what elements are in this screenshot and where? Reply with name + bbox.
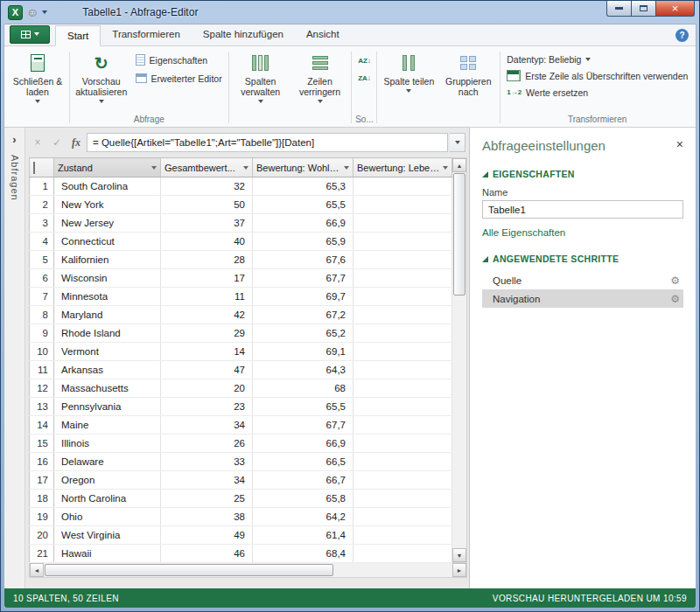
cell[interactable]: 23 — [161, 398, 253, 416]
cell[interactable]: 64,2 — [253, 508, 354, 526]
cell[interactable]: 25 — [161, 490, 253, 508]
cell[interactable]: Ohio — [54, 508, 161, 526]
cell[interactable] — [354, 379, 452, 398]
cell[interactable]: 66,7 — [253, 471, 354, 490]
cell[interactable] — [354, 214, 452, 233]
column-header[interactable]: Zustand — [54, 158, 161, 177]
filter-caret-icon[interactable] — [344, 166, 349, 170]
cell[interactable] — [354, 233, 452, 251]
sort-descending-button[interactable]: ZA↓ — [354, 71, 374, 86]
row-number[interactable]: 7 — [30, 288, 54, 306]
cell[interactable]: 42 — [161, 306, 253, 324]
cell[interactable]: Wisconsin — [54, 269, 161, 288]
help-button[interactable]: ? — [676, 29, 689, 42]
row-number[interactable]: 5 — [30, 251, 54, 269]
column-header[interactable]: Bewertung: Wohlbefi... — [253, 158, 354, 177]
cell[interactable]: 68,4 — [253, 545, 354, 563]
tab-start[interactable]: Start — [55, 25, 101, 46]
scroll-left-button[interactable]: ◄ — [30, 563, 44, 577]
cell[interactable] — [354, 196, 452, 214]
cell[interactable] — [354, 324, 452, 343]
cell[interactable]: 67,7 — [253, 416, 354, 435]
gear-icon[interactable]: ⚙ — [670, 275, 680, 287]
query-name-input[interactable] — [482, 200, 683, 219]
row-number[interactable]: 18 — [30, 490, 54, 508]
settings-close-icon[interactable]: × — [676, 138, 683, 150]
select-all-corner[interactable] — [30, 158, 54, 177]
cell[interactable]: 50 — [161, 196, 253, 214]
cell[interactable]: 49 — [161, 526, 253, 545]
cell[interactable] — [354, 398, 452, 416]
applied-step-quelle[interactable]: Quelle⚙ — [482, 271, 683, 289]
cell[interactable]: 69,1 — [253, 343, 354, 361]
cell[interactable] — [354, 306, 452, 324]
properties-section-header[interactable]: EIGENSCHAFTEN — [482, 169, 683, 179]
reduce-rows-button[interactable]: Zeilen verringern — [291, 48, 349, 103]
cell[interactable]: Oregon — [54, 471, 161, 490]
refresh-preview-button[interactable]: ↻ Vorschau aktualisieren — [73, 48, 130, 103]
tab-ansicht[interactable]: Ansicht — [295, 24, 351, 45]
cell[interactable]: 26 — [161, 435, 253, 453]
cell[interactable] — [354, 490, 452, 508]
cell[interactable]: 66,9 — [253, 435, 354, 453]
cell[interactable]: 65,2 — [253, 324, 354, 343]
advanced-editor-button[interactable]: Erweiterter Editor — [132, 70, 226, 87]
row-number[interactable]: 1 — [30, 177, 54, 196]
row-number[interactable]: 6 — [30, 269, 54, 288]
row-number[interactable]: 15 — [30, 435, 54, 453]
cell[interactable] — [354, 288, 452, 306]
scroll-up-button[interactable]: ▲ — [452, 158, 466, 172]
row-number[interactable]: 13 — [30, 398, 54, 416]
cell[interactable]: 64,3 — [253, 361, 354, 379]
cell[interactable]: 47 — [161, 361, 253, 379]
cell[interactable] — [354, 545, 452, 563]
row-number[interactable]: 2 — [30, 196, 54, 214]
cell[interactable]: 65,8 — [253, 490, 354, 508]
column-header[interactable]: Bewertung: Leben... — [354, 158, 452, 177]
tab-spalte-hinzuf-gen[interactable]: Spalte hinzufügen — [192, 24, 295, 45]
row-number[interactable]: 19 — [30, 508, 54, 526]
row-number[interactable]: 4 — [30, 233, 54, 251]
row-number[interactable]: 10 — [30, 343, 54, 361]
formula-input[interactable] — [87, 133, 448, 152]
cell[interactable] — [354, 453, 452, 471]
first-row-headers-button[interactable]: Erste Zeile als Überschriften verwenden — [503, 67, 691, 84]
cell[interactable]: 14 — [161, 343, 253, 361]
row-number[interactable]: 14 — [30, 416, 54, 435]
row-number[interactable]: 20 — [30, 526, 54, 545]
cell[interactable]: North Carolina — [54, 490, 161, 508]
cell[interactable] — [354, 526, 452, 545]
filter-caret-icon[interactable] — [243, 166, 248, 170]
sort-ascending-button[interactable]: AZ↓ — [354, 53, 374, 68]
cell[interactable]: 29 — [161, 324, 253, 343]
replace-values-button[interactable]: 1→2 Werte ersetzen — [503, 84, 592, 101]
column-header[interactable]: Gesamtbewert... — [161, 158, 253, 177]
smiley-feedback-icon[interactable]: ☺ — [26, 6, 38, 18]
cell[interactable]: 34 — [161, 416, 253, 435]
cell[interactable]: New York — [54, 196, 161, 214]
row-number[interactable]: 16 — [30, 453, 54, 471]
row-number[interactable]: 8 — [30, 306, 54, 324]
cell[interactable]: 20 — [161, 379, 253, 398]
minimize-button[interactable] — [606, 1, 632, 17]
cell[interactable] — [354, 343, 452, 361]
cell[interactable]: 69,7 — [253, 288, 354, 306]
all-properties-link[interactable]: Alle Eigenschaften — [482, 227, 565, 238]
close-and-load-button[interactable]: Schließen & laden — [9, 48, 66, 103]
cell[interactable]: 67,7 — [253, 269, 354, 288]
cell[interactable] — [354, 416, 452, 435]
horizontal-scroll-thumb[interactable] — [45, 564, 333, 576]
vertical-scroll-track[interactable] — [452, 296, 466, 548]
cell[interactable]: 66,9 — [253, 214, 354, 233]
cell[interactable]: New Jersey — [54, 214, 161, 233]
cell[interactable]: Connecticut — [54, 233, 161, 251]
group-by-button[interactable]: Gruppieren nach — [439, 48, 497, 97]
formula-expand-button[interactable] — [450, 133, 466, 152]
cell[interactable]: 65,5 — [253, 398, 354, 416]
cell[interactable]: Illinois — [54, 435, 161, 453]
filter-caret-icon[interactable] — [151, 166, 157, 170]
cell[interactable]: Minnesota — [54, 288, 161, 306]
cell[interactable]: 33 — [161, 453, 253, 471]
cell[interactable] — [354, 269, 452, 288]
close-button[interactable]: × — [655, 1, 695, 17]
